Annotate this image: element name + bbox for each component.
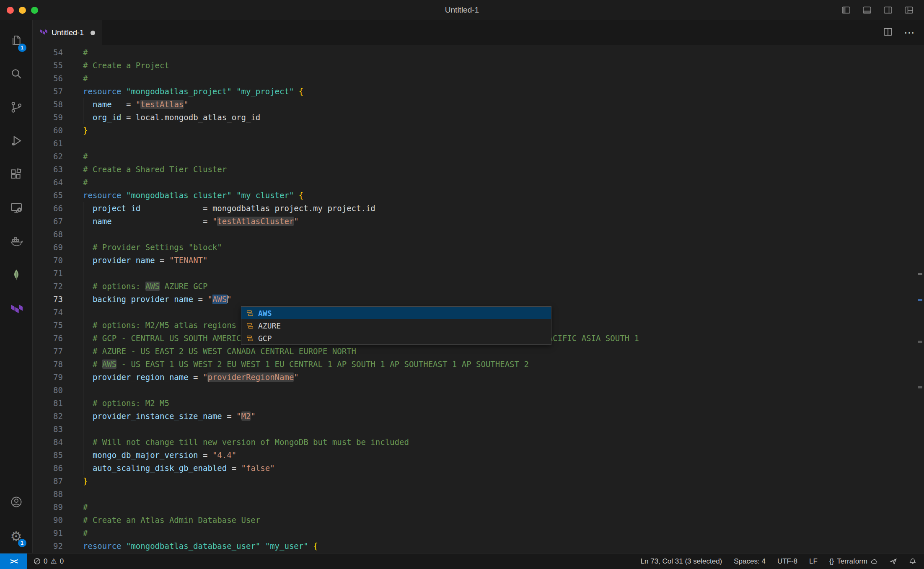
indentation-indicator[interactable]: Spaces: 4 <box>734 557 766 566</box>
line-number[interactable]: 65 <box>33 189 63 202</box>
code-area[interactable]: 54#55# Create a Project56#57resource "mo… <box>33 45 924 553</box>
line-number[interactable]: 86 <box>33 462 63 475</box>
code-line[interactable]: 80 <box>33 384 924 397</box>
more-actions-icon[interactable]: ⋯ <box>904 27 915 38</box>
line-number[interactable]: 79 <box>33 371 63 384</box>
code-line[interactable]: 86 auto_scaling_disk_gb_enabled = "false… <box>33 462 924 475</box>
code-line[interactable]: 63# Create a Shared Tier Cluster <box>33 163 924 176</box>
code-line[interactable]: 77 # AZURE - US_EAST_2 US_WEST CANADA_CE… <box>33 345 924 358</box>
line-number[interactable]: 55 <box>33 59 63 72</box>
code-line[interactable]: 72 # options: AWS AZURE GCP <box>33 280 924 293</box>
line-number[interactable]: 58 <box>33 98 63 111</box>
suggestion-aws[interactable]: AWS <box>241 307 551 319</box>
code-line[interactable]: 62# <box>33 150 924 163</box>
tab-untitled-1[interactable]: Untitled-1 <box>33 20 102 45</box>
line-number[interactable]: 74 <box>33 306 63 319</box>
line-number[interactable]: 70 <box>33 254 63 267</box>
toggle-panel-icon[interactable] <box>862 5 872 15</box>
settings-button[interactable]: ⚙ 1 <box>0 520 33 553</box>
line-number[interactable]: 61 <box>33 137 63 150</box>
encoding-indicator[interactable]: UTF-8 <box>777 557 797 566</box>
code-line[interactable]: 56# <box>33 72 924 85</box>
line-number[interactable]: 75 <box>33 319 63 332</box>
sidebar-item-terraform[interactable] <box>0 292 33 326</box>
code-line[interactable]: 54# <box>33 46 924 59</box>
line-number[interactable]: 57 <box>33 85 63 98</box>
code-line[interactable]: 87} <box>33 475 924 488</box>
line-number[interactable]: 67 <box>33 215 63 228</box>
code-line[interactable]: 73 backing_provider_name = "AWS" <box>33 293 924 306</box>
code-line[interactable]: 71 <box>33 267 924 280</box>
minimize-button[interactable] <box>19 7 26 14</box>
code-line[interactable]: 70 provider_name = "TENANT" <box>33 254 924 267</box>
line-number[interactable]: 83 <box>33 423 63 436</box>
line-number[interactable]: 76 <box>33 332 63 345</box>
cursor-position-indicator[interactable]: Ln 73, Col 31 (3 selected) <box>641 557 722 566</box>
code-line[interactable]: 67 name = "testAtlasCluster" <box>33 215 924 228</box>
line-number[interactable]: 66 <box>33 202 63 215</box>
code-line[interactable]: 61 <box>33 137 924 150</box>
customize-layout-icon[interactable] <box>904 5 914 15</box>
code-line[interactable]: 66 project_id = mongodbatlas_project.my_… <box>33 202 924 215</box>
line-number[interactable]: 77 <box>33 345 63 358</box>
code-line[interactable]: 89# <box>33 501 924 514</box>
split-editor-icon[interactable] <box>883 27 893 39</box>
line-number[interactable]: 78 <box>33 358 63 371</box>
sidebar-item-mongodb[interactable] <box>0 259 33 292</box>
code-line[interactable]: 84 # Will not change till new version of… <box>33 436 924 449</box>
notifications-icon[interactable] <box>909 558 916 565</box>
sidebar-item-explorer[interactable]: 1 <box>0 24 33 58</box>
line-number[interactable]: 64 <box>33 176 63 189</box>
code-line[interactable]: 69 # Provider Settings "block" <box>33 241 924 254</box>
code-line[interactable]: 68 <box>33 228 924 241</box>
sidebar-item-docker[interactable] <box>0 225 33 259</box>
line-number[interactable]: 63 <box>33 163 63 176</box>
accounts-button[interactable] <box>0 486 33 520</box>
line-number[interactable]: 82 <box>33 410 63 423</box>
problems-indicator[interactable]: 0 ⚠ 0 <box>27 557 70 566</box>
sidebar-item-search[interactable] <box>0 58 33 91</box>
line-number[interactable]: 89 <box>33 501 63 514</box>
code-line[interactable]: 57resource "mongodbatlas_project" "my_pr… <box>33 85 924 98</box>
eol-indicator[interactable]: LF <box>809 557 818 566</box>
code-line[interactable]: 85 mongo_db_major_version = "4.4" <box>33 449 924 462</box>
line-number[interactable]: 81 <box>33 397 63 410</box>
modified-indicator[interactable] <box>91 31 95 35</box>
sidebar-item-remote-explorer[interactable] <box>0 192 33 225</box>
code-line[interactable]: 59 org_id = local.mongodb_atlas_org_id <box>33 111 924 124</box>
remote-indicator[interactable]: >< <box>0 553 27 569</box>
line-number[interactable]: 80 <box>33 384 63 397</box>
suggestion-azure[interactable]: AZURE <box>241 319 551 332</box>
code-line[interactable]: 58 name = "testAtlas" <box>33 98 924 111</box>
line-number[interactable]: 56 <box>33 72 63 85</box>
suggestion-gcp[interactable]: GCP <box>241 332 551 344</box>
line-number[interactable]: 59 <box>33 111 63 124</box>
sidebar-item-source-control[interactable] <box>0 91 33 125</box>
feedback-icon[interactable] <box>890 558 897 565</box>
line-number[interactable]: 69 <box>33 241 63 254</box>
code-line[interactable]: 65resource "mongodbatlas_cluster" "my_cl… <box>33 189 924 202</box>
language-indicator[interactable]: {} Terraform <box>829 557 878 566</box>
line-number[interactable]: 87 <box>33 475 63 488</box>
line-number[interactable]: 90 <box>33 514 63 527</box>
code-line[interactable]: 64# <box>33 176 924 189</box>
code-line[interactable]: 92resource "mongodbatlas_database_user" … <box>33 540 924 553</box>
sidebar-item-run-debug[interactable] <box>0 125 33 158</box>
toggle-sidebar-right-icon[interactable] <box>883 5 893 15</box>
code-line[interactable]: 83 <box>33 423 924 436</box>
code-line[interactable]: 79 provider_region_name = "providerRegio… <box>33 371 924 384</box>
code-line[interactable]: 82 provider_instance_size_name = "M2" <box>33 410 924 423</box>
line-number[interactable]: 54 <box>33 46 63 59</box>
line-number[interactable]: 62 <box>33 150 63 163</box>
line-number[interactable]: 71 <box>33 267 63 280</box>
line-number[interactable]: 84 <box>33 436 63 449</box>
code-line[interactable]: 91# <box>33 527 924 540</box>
close-button[interactable] <box>7 7 14 14</box>
line-number[interactable]: 72 <box>33 280 63 293</box>
line-number[interactable]: 85 <box>33 449 63 462</box>
code-line[interactable]: 90# Create an Atlas Admin Database User <box>33 514 924 527</box>
line-number[interactable]: 91 <box>33 527 63 540</box>
code-line[interactable]: 88 <box>33 488 924 501</box>
zoom-button[interactable] <box>31 7 38 14</box>
code-line[interactable]: 78 # AWS - US_EAST_1 US_WEST_2 EU_WEST_1… <box>33 358 924 371</box>
